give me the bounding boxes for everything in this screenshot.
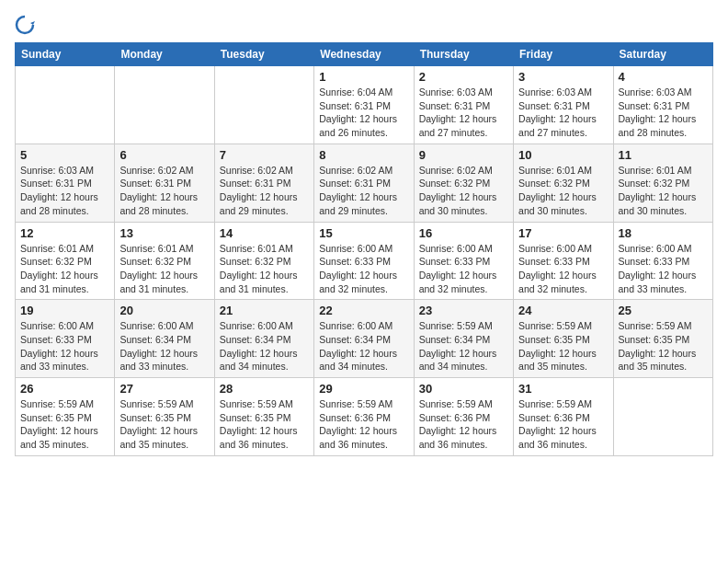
day-info: Sunrise: 6:00 AMSunset: 6:33 PMDaylight:… bbox=[319, 242, 408, 296]
day-info: Sunrise: 6:00 AMSunset: 6:34 PMDaylight:… bbox=[119, 319, 209, 373]
day-number: 31 bbox=[518, 382, 608, 396]
day-number: 25 bbox=[619, 304, 708, 317]
calendar-cell bbox=[613, 378, 712, 456]
page-header bbox=[15, 15, 713, 35]
calendar-cell: 24Sunrise: 5:59 AMSunset: 6:35 PMDayligh… bbox=[514, 300, 613, 378]
calendar-cell: 3Sunrise: 6:03 AMSunset: 6:31 PMDaylight… bbox=[514, 66, 613, 144]
calendar-cell: 20Sunrise: 6:00 AMSunset: 6:34 PMDayligh… bbox=[115, 300, 214, 378]
calendar-cell: 15Sunrise: 6:00 AMSunset: 6:33 PMDayligh… bbox=[314, 222, 414, 300]
day-info: Sunrise: 6:02 AMSunset: 6:31 PMDaylight:… bbox=[319, 164, 408, 218]
day-info: Sunrise: 6:00 AMSunset: 6:33 PMDaylight:… bbox=[20, 319, 109, 373]
day-number: 7 bbox=[220, 148, 309, 162]
day-number: 23 bbox=[419, 304, 508, 317]
calendar-cell: 2Sunrise: 6:03 AMSunset: 6:31 PMDaylight… bbox=[414, 66, 513, 144]
day-info: Sunrise: 6:01 AMSunset: 6:32 PMDaylight:… bbox=[20, 242, 109, 296]
weekday-saturday: Saturday bbox=[613, 43, 712, 66]
calendar-cell bbox=[115, 66, 214, 144]
day-number: 8 bbox=[319, 148, 408, 162]
calendar-cell: 27Sunrise: 5:59 AMSunset: 6:35 PMDayligh… bbox=[115, 378, 214, 456]
day-info: Sunrise: 5:59 AMSunset: 6:36 PMDaylight:… bbox=[518, 397, 608, 452]
day-number: 19 bbox=[20, 304, 109, 317]
day-info: Sunrise: 5:59 AMSunset: 6:36 PMDaylight:… bbox=[419, 397, 508, 452]
day-info: Sunrise: 6:03 AMSunset: 6:31 PMDaylight:… bbox=[419, 86, 508, 140]
calendar-cell: 12Sunrise: 6:01 AMSunset: 6:32 PMDayligh… bbox=[16, 222, 115, 300]
weekday-monday: Monday bbox=[115, 43, 214, 66]
calendar-cell: 10Sunrise: 6:01 AMSunset: 6:32 PMDayligh… bbox=[514, 144, 613, 222]
weekday-tuesday: Tuesday bbox=[214, 43, 313, 66]
calendar-week-2: 5Sunrise: 6:03 AMSunset: 6:31 PMDaylight… bbox=[16, 144, 713, 222]
day-info: Sunrise: 6:00 AMSunset: 6:34 PMDaylight:… bbox=[319, 319, 408, 373]
calendar-cell: 11Sunrise: 6:01 AMSunset: 6:32 PMDayligh… bbox=[613, 144, 712, 222]
calendar-cell: 5Sunrise: 6:03 AMSunset: 6:31 PMDaylight… bbox=[16, 144, 115, 222]
day-number: 11 bbox=[619, 148, 708, 162]
day-info: Sunrise: 6:02 AMSunset: 6:32 PMDaylight:… bbox=[419, 164, 508, 218]
day-info: Sunrise: 5:59 AMSunset: 6:34 PMDaylight:… bbox=[419, 319, 508, 373]
calendar-cell: 14Sunrise: 6:01 AMSunset: 6:32 PMDayligh… bbox=[214, 222, 313, 300]
day-info: Sunrise: 6:00 AMSunset: 6:34 PMDaylight:… bbox=[220, 319, 309, 373]
logo-icon bbox=[15, 15, 35, 35]
day-number: 4 bbox=[619, 70, 708, 84]
logo bbox=[15, 15, 39, 35]
day-number: 21 bbox=[220, 304, 309, 317]
day-info: Sunrise: 6:01 AMSunset: 6:32 PMDaylight:… bbox=[619, 164, 708, 218]
calendar-week-3: 12Sunrise: 6:01 AMSunset: 6:32 PMDayligh… bbox=[16, 222, 713, 300]
calendar-cell: 9Sunrise: 6:02 AMSunset: 6:32 PMDaylight… bbox=[414, 144, 513, 222]
day-number: 17 bbox=[518, 226, 608, 240]
calendar-cell: 16Sunrise: 6:00 AMSunset: 6:33 PMDayligh… bbox=[414, 222, 513, 300]
day-number: 30 bbox=[419, 382, 508, 396]
day-info: Sunrise: 6:01 AMSunset: 6:32 PMDaylight:… bbox=[119, 242, 209, 296]
day-info: Sunrise: 6:03 AMSunset: 6:31 PMDaylight:… bbox=[20, 164, 109, 218]
calendar-cell: 18Sunrise: 6:00 AMSunset: 6:33 PMDayligh… bbox=[613, 222, 712, 300]
calendar-week-1: 1Sunrise: 6:04 AMSunset: 6:31 PMDaylight… bbox=[16, 66, 713, 144]
day-info: Sunrise: 6:04 AMSunset: 6:31 PMDaylight:… bbox=[319, 86, 408, 140]
day-number: 3 bbox=[518, 70, 608, 84]
calendar-cell: 31Sunrise: 5:59 AMSunset: 6:36 PMDayligh… bbox=[514, 378, 613, 456]
calendar-cell: 28Sunrise: 5:59 AMSunset: 6:35 PMDayligh… bbox=[214, 378, 313, 456]
calendar-cell: 7Sunrise: 6:02 AMSunset: 6:31 PMDaylight… bbox=[214, 144, 313, 222]
day-info: Sunrise: 5:59 AMSunset: 6:35 PMDaylight:… bbox=[20, 397, 109, 452]
calendar-cell: 21Sunrise: 6:00 AMSunset: 6:34 PMDayligh… bbox=[214, 300, 313, 378]
day-number: 24 bbox=[518, 304, 608, 317]
weekday-wednesday: Wednesday bbox=[314, 43, 414, 66]
day-number: 12 bbox=[20, 226, 109, 240]
day-info: Sunrise: 6:03 AMSunset: 6:31 PMDaylight:… bbox=[619, 86, 708, 140]
calendar-week-5: 26Sunrise: 5:59 AMSunset: 6:35 PMDayligh… bbox=[16, 378, 713, 456]
weekday-sunday: Sunday bbox=[16, 43, 115, 66]
day-number: 27 bbox=[119, 382, 209, 396]
day-number: 18 bbox=[619, 226, 708, 240]
calendar-cell: 22Sunrise: 6:00 AMSunset: 6:34 PMDayligh… bbox=[314, 300, 414, 378]
day-number: 20 bbox=[119, 304, 209, 317]
day-info: Sunrise: 6:00 AMSunset: 6:33 PMDaylight:… bbox=[419, 242, 508, 296]
day-number: 14 bbox=[220, 226, 309, 240]
day-number: 10 bbox=[518, 148, 608, 162]
weekday-thursday: Thursday bbox=[414, 43, 513, 66]
day-info: Sunrise: 6:02 AMSunset: 6:31 PMDaylight:… bbox=[220, 164, 309, 218]
calendar-cell: 30Sunrise: 5:59 AMSunset: 6:36 PMDayligh… bbox=[414, 378, 513, 456]
day-number: 15 bbox=[319, 226, 408, 240]
weekday-header-row: SundayMondayTuesdayWednesdayThursdayFrid… bbox=[16, 43, 713, 66]
day-number: 28 bbox=[220, 382, 309, 396]
calendar-cell: 1Sunrise: 6:04 AMSunset: 6:31 PMDaylight… bbox=[314, 66, 414, 144]
calendar-body: 1Sunrise: 6:04 AMSunset: 6:31 PMDaylight… bbox=[16, 66, 713, 456]
calendar-table: SundayMondayTuesdayWednesdayThursdayFrid… bbox=[15, 42, 713, 456]
day-info: Sunrise: 5:59 AMSunset: 6:35 PMDaylight:… bbox=[220, 397, 309, 452]
day-number: 16 bbox=[419, 226, 508, 240]
day-info: Sunrise: 6:01 AMSunset: 6:32 PMDaylight:… bbox=[518, 164, 608, 218]
day-info: Sunrise: 6:03 AMSunset: 6:31 PMDaylight:… bbox=[518, 86, 608, 140]
day-number: 13 bbox=[119, 226, 209, 240]
day-info: Sunrise: 6:01 AMSunset: 6:32 PMDaylight:… bbox=[220, 242, 309, 296]
day-info: Sunrise: 6:02 AMSunset: 6:31 PMDaylight:… bbox=[119, 164, 209, 218]
calendar-cell: 25Sunrise: 5:59 AMSunset: 6:35 PMDayligh… bbox=[613, 300, 712, 378]
day-info: Sunrise: 5:59 AMSunset: 6:35 PMDaylight:… bbox=[119, 397, 209, 452]
day-number: 5 bbox=[20, 148, 109, 162]
day-number: 6 bbox=[119, 148, 209, 162]
day-number: 9 bbox=[419, 148, 508, 162]
calendar-cell: 17Sunrise: 6:00 AMSunset: 6:33 PMDayligh… bbox=[514, 222, 613, 300]
calendar-cell: 6Sunrise: 6:02 AMSunset: 6:31 PMDaylight… bbox=[115, 144, 214, 222]
day-info: Sunrise: 5:59 AMSunset: 6:36 PMDaylight:… bbox=[319, 397, 408, 452]
day-number: 22 bbox=[319, 304, 408, 317]
calendar-cell bbox=[16, 66, 115, 144]
calendar-cell: 26Sunrise: 5:59 AMSunset: 6:35 PMDayligh… bbox=[16, 378, 115, 456]
calendar-cell: 4Sunrise: 6:03 AMSunset: 6:31 PMDaylight… bbox=[613, 66, 712, 144]
day-number: 2 bbox=[419, 70, 508, 84]
